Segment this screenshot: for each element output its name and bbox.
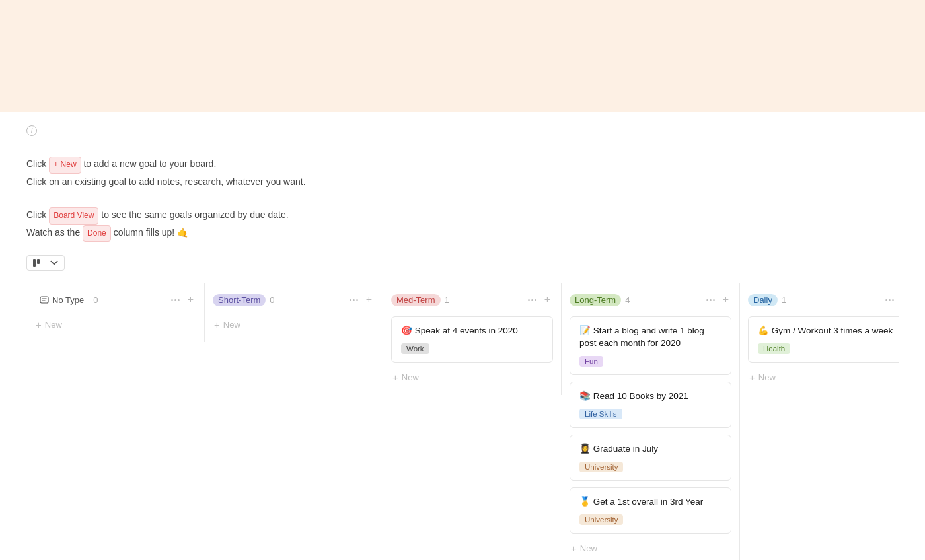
svg-rect-2 xyxy=(40,297,48,303)
card-title-daily-0: 💪 Gym / Workout 3 times a week xyxy=(758,325,899,337)
column-menu-no-type[interactable] xyxy=(168,298,182,302)
add-new-med-term[interactable]: + New xyxy=(391,369,553,386)
column-actions-short-term: + xyxy=(347,293,375,307)
add-new-daily[interactable]: + New xyxy=(748,369,899,386)
column-header-med-term: Med-Term1+ xyxy=(391,293,553,307)
column-count-short-term: 0 xyxy=(270,295,274,305)
column-actions-daily: + xyxy=(883,293,899,307)
column-count-med-term: 1 xyxy=(445,295,449,305)
column-menu-daily[interactable] xyxy=(883,298,897,302)
column-title-long-term: Long-Term xyxy=(570,294,621,306)
column-long-term: Long-Term4+📝 Start a blog and write 1 bl… xyxy=(562,283,740,560)
add-new-short-term[interactable]: + New xyxy=(213,316,375,333)
column-daily: Daily1+💪 Gym / Workout 3 times a weekHea… xyxy=(740,283,899,395)
card-title-med-term-0: 🎯 Speak at 4 events in 2020 xyxy=(401,325,543,337)
info-icon: i xyxy=(26,125,37,136)
column-menu-med-term[interactable] xyxy=(525,298,539,302)
column-header-daily: Daily1+ xyxy=(748,293,899,307)
column-med-term: Med-Term1+🎯 Speak at 4 events in 2020Wor… xyxy=(383,283,562,395)
column-title-short-term: Short-Term xyxy=(213,294,266,306)
card-title-long-term-3: 🥇 Get a 1st overall in 3rd Year xyxy=(579,496,722,508)
column-title-med-term: Med-Term xyxy=(391,294,441,306)
column-header-no-type: No Type0+ xyxy=(34,293,196,307)
card-long-term-0[interactable]: 📝 Start a blog and write 1 blog post eac… xyxy=(570,316,731,375)
plus-icon: + xyxy=(36,319,42,330)
card-title-long-term-0: 📝 Start a blog and write 1 blog post eac… xyxy=(579,325,722,350)
column-count-long-term: 4 xyxy=(625,295,630,305)
card-long-term-3[interactable]: 🥇 Get a 1st overall in 3rd YearUniversit… xyxy=(570,487,731,534)
card-title-long-term-2: 👩‍🎓 Graduate in July xyxy=(579,443,722,456)
hide-description-button[interactable]: i xyxy=(26,125,899,136)
card-title-long-term-1: 📚 Read 10 Books by 2021 xyxy=(579,390,722,403)
card-tag-long-term-1: Life Skills xyxy=(579,409,622,419)
column-header-long-term: Long-Term4+ xyxy=(570,293,731,307)
add-new-label: New xyxy=(223,320,240,330)
column-actions-med-term: + xyxy=(525,293,553,307)
column-add-long-term[interactable]: + xyxy=(720,293,731,307)
board-view-selector[interactable] xyxy=(26,255,65,271)
card-long-term-1[interactable]: 📚 Read 10 Books by 2021Life Skills xyxy=(570,382,731,428)
add-new-no-type[interactable]: + New xyxy=(34,316,196,333)
add-new-label: New xyxy=(580,543,597,553)
column-menu-long-term[interactable] xyxy=(704,298,718,302)
column-actions-no-type: + xyxy=(168,293,196,307)
plus-icon: + xyxy=(749,372,755,383)
board-view-icon xyxy=(32,258,42,267)
card-long-term-2[interactable]: 👩‍🎓 Graduate in JulyUniversity xyxy=(570,435,731,481)
card-tag-long-term-2: University xyxy=(579,462,623,472)
add-new-label: New xyxy=(45,320,62,330)
card-daily-0[interactable]: 💪 Gym / Workout 3 times a weekHealth xyxy=(748,316,899,363)
done-tag-inline: Done xyxy=(83,225,111,242)
column-add-no-type[interactable]: + xyxy=(185,293,196,307)
plus-icon: + xyxy=(392,372,398,383)
svg-rect-0 xyxy=(33,259,36,267)
column-no-type: No Type0++ New xyxy=(26,283,205,342)
column-count-daily: 1 xyxy=(782,295,786,305)
column-actions-long-term: + xyxy=(704,293,731,307)
new-tag-inline: + New xyxy=(49,157,81,174)
card-tag-long-term-0: Fun xyxy=(579,356,603,367)
plus-icon: + xyxy=(214,319,220,330)
column-title-no-type: No Type xyxy=(34,294,89,306)
header-banner xyxy=(0,0,925,112)
column-count-no-type: 0 xyxy=(93,295,98,305)
board-container: No Type0++ NewShort-Term0++ NewMed-Term1… xyxy=(26,283,899,560)
column-header-short-term: Short-Term0+ xyxy=(213,293,375,307)
chevron-down-icon xyxy=(50,258,59,267)
column-menu-short-term[interactable] xyxy=(347,298,361,302)
add-new-label: New xyxy=(758,372,776,382)
add-new-long-term[interactable]: + New xyxy=(570,540,731,557)
add-new-label: New xyxy=(402,372,419,382)
column-short-term: Short-Term0++ New xyxy=(205,283,383,342)
card-tag-med-term-0: Work xyxy=(401,343,429,354)
description-block: Click + New to add a new goal to your bo… xyxy=(26,156,899,242)
card-tag-daily-0: Health xyxy=(758,343,790,354)
svg-rect-1 xyxy=(37,259,40,264)
card-tag-long-term-3: University xyxy=(579,514,623,525)
card-med-term-0[interactable]: 🎯 Speak at 4 events in 2020Work xyxy=(391,316,553,363)
column-title-daily: Daily xyxy=(748,294,778,306)
board-view-tag-inline: Board View xyxy=(49,207,98,225)
column-add-med-term[interactable]: + xyxy=(542,293,553,307)
column-add-short-term[interactable]: + xyxy=(363,293,375,307)
plus-icon: + xyxy=(571,543,577,554)
